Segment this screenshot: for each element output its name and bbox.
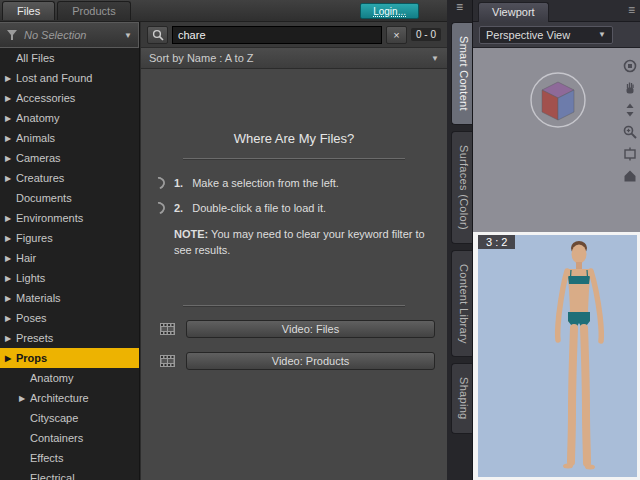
category-item[interactable]: Props <box>0 348 139 368</box>
category-label: Materials <box>16 292 61 304</box>
category-list: All Files Lost and Found Accessories Ana… <box>0 48 139 480</box>
expand-arrow-icon <box>5 314 16 323</box>
refresh-arrow-icon <box>151 175 168 192</box>
category-item[interactable]: Anatomy <box>0 108 139 128</box>
category-item[interactable]: Environments <box>0 208 139 228</box>
category-label: Electrical <box>30 472 75 480</box>
category-item[interactable]: Figures <box>0 228 139 248</box>
file-product-tabs: Files Products <box>2 1 131 20</box>
sort-dropdown[interactable]: Sort by Name : A to Z ▼ <box>141 48 447 69</box>
category-label: Cameras <box>16 152 61 164</box>
dock-tab[interactable]: Shaping <box>451 363 472 433</box>
search-icon <box>152 29 164 41</box>
video-button[interactable]: Video: Products <box>186 352 435 370</box>
dock-tab[interactable]: Surfaces (Color) <box>451 131 472 244</box>
expand-arrow-icon <box>5 354 16 363</box>
expand-arrow-icon <box>5 174 16 183</box>
category-item[interactable]: Lights <box>0 268 139 288</box>
category-label: Presets <box>16 332 53 344</box>
expand-arrow-icon <box>5 254 16 263</box>
female-figure-model[interactable] <box>537 240 621 472</box>
category-item[interactable]: Effects <box>0 448 139 468</box>
viewport-menu-icon[interactable]: ≡ <box>628 3 635 17</box>
home-tool-icon[interactable] <box>622 168 638 184</box>
category-label: Accessories <box>16 92 75 104</box>
pan-tool-icon[interactable] <box>622 80 638 96</box>
category-label: Cityscape <box>30 412 78 424</box>
viewport-tab-label: Viewport <box>492 6 535 18</box>
step-text: Make a selection from the left. <box>192 177 339 189</box>
rotate-tool-icon[interactable] <box>622 58 638 74</box>
video-links: Video: Files Video: Products <box>141 320 447 370</box>
category-item[interactable]: Materials <box>0 288 139 308</box>
search-bar: × 0 - 0 <box>141 22 447 48</box>
category-item[interactable]: Cameras <box>0 148 139 168</box>
expand-arrow-icon <box>5 114 16 123</box>
expand-arrow-icon <box>19 394 30 403</box>
top-tab[interactable]: Products <box>57 1 130 20</box>
video-button[interactable]: Video: Files <box>186 320 435 338</box>
note-body: You may need to clear your keyword filte… <box>174 228 425 256</box>
chevron-down-icon: ▼ <box>124 31 132 40</box>
category-label: Animals <box>16 132 55 144</box>
render-view-area[interactable]: 3 : 2 <box>473 232 640 480</box>
category-filter-dropdown[interactable]: No Selection ▼ <box>0 22 139 48</box>
dolly-tool-icon[interactable] <box>622 102 638 118</box>
viewport-tab[interactable]: Viewport <box>478 2 549 22</box>
keyword-filter-input[interactable] <box>172 26 382 44</box>
clear-search-button[interactable]: × <box>386 26 407 44</box>
instruction-step: 1. Make a selection from the left. <box>153 177 447 189</box>
viewport-3d-area[interactable] <box>473 48 640 232</box>
camera-view-dropdown[interactable]: Perspective View ▼ <box>479 26 613 44</box>
viewport-panel: Viewport ≡ Perspective View ▼ <box>473 0 640 480</box>
dock-tab[interactable]: Content Library <box>451 250 472 358</box>
category-label: Anatomy <box>16 112 59 124</box>
top-tab[interactable]: Files <box>2 1 55 20</box>
category-item[interactable]: Cityscape <box>0 408 139 428</box>
cube-primitive-with-orbit-gizmo[interactable] <box>521 60 595 134</box>
category-item[interactable]: Poses <box>0 308 139 328</box>
chevron-down-icon: ▼ <box>431 54 439 63</box>
result-count: 0 - 0 <box>411 28 441 41</box>
daz-studio-window: Files Products Login... No Selection ▼ A… <box>0 0 640 480</box>
category-item[interactable]: Hair <box>0 248 139 268</box>
category-item[interactable]: Animals <box>0 128 139 148</box>
category-label: Effects <box>30 452 63 464</box>
search-button[interactable] <box>147 26 168 44</box>
instruction-step: 2. Double-click a file to load it. <box>153 202 447 214</box>
filter-value: No Selection <box>24 29 118 41</box>
category-item[interactable]: Lost and Found <box>0 68 139 88</box>
dock-tab-label: Content Library <box>458 264 470 344</box>
category-item[interactable]: Architecture <box>0 388 139 408</box>
frame-tool-icon[interactable] <box>622 146 638 162</box>
category-label: All Files <box>16 52 55 64</box>
help-message-area: Where Are My Files? 1. Make a selection … <box>141 69 447 480</box>
category-item[interactable]: Electrical <box>0 468 139 480</box>
dock-tabs: Smart Content Surfaces (Color) Content L… <box>447 22 472 434</box>
panel-menu-icon[interactable]: ≡ <box>447 0 472 16</box>
aspect-ratio-label: 3 : 2 <box>478 235 515 249</box>
divider <box>183 305 405 306</box>
expand-arrow-icon <box>5 294 16 303</box>
category-label: Poses <box>16 312 47 324</box>
category-item[interactable]: Containers <box>0 428 139 448</box>
category-item[interactable]: Documents <box>0 188 139 208</box>
category-item[interactable]: Accessories <box>0 88 139 108</box>
note-text: NOTE: You may need to clear your keyword… <box>174 227 442 259</box>
category-label: Documents <box>16 192 72 204</box>
sort-label: Sort by Name : A to Z <box>149 52 431 64</box>
category-item[interactable]: Creatures <box>0 168 139 188</box>
dock-tab-label: Surfaces (Color) <box>458 145 470 230</box>
category-label: Anatomy <box>30 372 73 384</box>
category-item[interactable]: All Files <box>0 48 139 68</box>
category-label: Props <box>16 352 47 364</box>
login-button[interactable]: Login... <box>360 3 419 19</box>
zoom-tool-icon[interactable] <box>622 124 638 140</box>
expand-arrow-icon <box>5 334 16 343</box>
expand-arrow-icon <box>5 234 16 243</box>
category-item[interactable]: Presets <box>0 328 139 348</box>
expand-arrow-icon <box>5 154 16 163</box>
dock-tab[interactable]: Smart Content <box>451 22 472 125</box>
category-label: Hair <box>16 252 36 264</box>
category-item[interactable]: Anatomy <box>0 368 139 388</box>
